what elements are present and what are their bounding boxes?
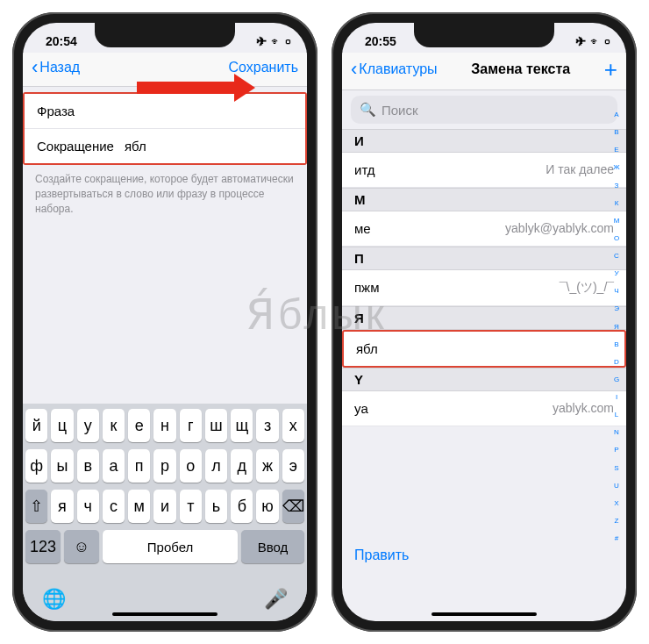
- index-letter[interactable]: Z: [610, 517, 623, 525]
- status-icons: ✈ ᯤ ▢: [257, 36, 291, 47]
- status-icons: ✈ ᯤ ▢: [576, 36, 610, 47]
- index-letter[interactable]: D: [610, 358, 623, 366]
- section-header: П: [342, 247, 626, 270]
- key-123[interactable]: 123: [25, 530, 61, 563]
- key-у[interactable]: у: [77, 409, 99, 442]
- index-letter[interactable]: С: [610, 252, 623, 260]
- index-letter[interactable]: L: [610, 411, 623, 419]
- index-letter[interactable]: Ч: [610, 287, 623, 295]
- left-phone: 20:54 ✈ ᯤ ▢ ‹ Назад Сохранить Фраза Сокр…: [12, 12, 317, 632]
- edit-button[interactable]: Править: [354, 547, 409, 563]
- key-б[interactable]: б: [231, 490, 253, 523]
- index-letter[interactable]: S: [610, 464, 623, 472]
- right-screen: 20:55 ✈ ᯤ ▢ ‹ Клавиатуры Замена текста +…: [342, 23, 626, 621]
- key-я[interactable]: я: [51, 490, 73, 523]
- key-щ[interactable]: щ: [231, 409, 253, 442]
- index-letter[interactable]: М: [610, 217, 623, 225]
- row-value: yablyk.com: [553, 401, 614, 416]
- back-button[interactable]: ‹ Назад: [32, 58, 80, 77]
- key-е[interactable]: е: [128, 409, 150, 442]
- mic-icon[interactable]: 🎤: [264, 588, 288, 611]
- space-key[interactable]: Пробел: [103, 530, 238, 563]
- key-м[interactable]: м: [128, 490, 150, 523]
- index-letter[interactable]: А: [610, 111, 623, 118]
- page-title: Замена текста: [438, 61, 604, 77]
- key-л[interactable]: л: [205, 449, 227, 483]
- home-indicator[interactable]: [112, 612, 218, 616]
- key-ь[interactable]: ь: [205, 490, 227, 523]
- key-ш[interactable]: ш: [205, 409, 227, 442]
- key-н[interactable]: н: [153, 409, 175, 442]
- key-р[interactable]: р: [153, 449, 175, 483]
- shift-key[interactable]: ⇧: [25, 490, 47, 523]
- add-button[interactable]: +: [604, 58, 617, 81]
- index-letter[interactable]: G: [610, 376, 623, 383]
- section-index[interactable]: АВЕЖЗКМОСУЧЭЯBDGILNPSUXZ#: [610, 111, 623, 542]
- search-icon: 🔍: [360, 102, 376, 118]
- key-ф[interactable]: ф: [25, 449, 47, 483]
- index-letter[interactable]: Э: [610, 304, 623, 312]
- index-letter[interactable]: Я: [610, 323, 623, 331]
- emoji-key[interactable]: ☺: [64, 530, 99, 563]
- index-letter[interactable]: Ж: [610, 163, 623, 171]
- key-й[interactable]: й: [25, 409, 47, 442]
- index-letter[interactable]: З: [610, 182, 623, 190]
- backspace-key[interactable]: ⌫: [282, 490, 304, 523]
- index-letter[interactable]: U: [610, 482, 623, 490]
- list-row[interactable]: ябл: [342, 330, 626, 368]
- key-п[interactable]: п: [128, 449, 150, 483]
- index-letter[interactable]: Е: [610, 146, 623, 154]
- key-х[interactable]: х: [282, 409, 304, 442]
- key-и[interactable]: и: [153, 490, 175, 523]
- replacement-list: ИитдИ так далееМмеyablyk@yablyk.comПпжм¯…: [342, 129, 626, 426]
- key-ю[interactable]: ю: [256, 490, 278, 523]
- phrase-label: Фраза: [37, 104, 125, 118]
- hint-text: Создайте сокращение, которое будет автом…: [23, 165, 307, 223]
- index-letter[interactable]: X: [610, 499, 623, 507]
- index-letter[interactable]: #: [610, 534, 623, 542]
- keyboard[interactable]: йцукенгшщзх фывапролджэ ⇧ячсмитьбю⌫ 123 …: [23, 404, 307, 621]
- back-button[interactable]: ‹ Клавиатуры: [351, 60, 438, 79]
- key-с[interactable]: с: [103, 490, 125, 523]
- list-row[interactable]: меyablyk@yablyk.com: [342, 211, 626, 247]
- index-letter[interactable]: О: [610, 234, 623, 242]
- shortcut-value: ябл: [125, 139, 146, 154]
- list-row[interactable]: итдИ так далее: [342, 153, 626, 188]
- key-г[interactable]: г: [180, 409, 202, 442]
- key-э[interactable]: э: [282, 449, 304, 483]
- index-letter[interactable]: B: [610, 340, 623, 348]
- key-з[interactable]: з: [256, 409, 278, 442]
- index-letter[interactable]: К: [610, 199, 623, 207]
- row-key: пжм: [354, 280, 379, 296]
- key-а[interactable]: а: [103, 449, 125, 483]
- index-letter[interactable]: У: [610, 269, 623, 277]
- time: 20:54: [46, 34, 77, 48]
- list-row[interactable]: пжм¯\_(ツ)_/¯: [342, 270, 626, 306]
- row-value: yablyk@yablyk.com: [505, 221, 614, 236]
- search-field[interactable]: 🔍 Поиск: [351, 96, 617, 124]
- key-в[interactable]: в: [77, 449, 99, 483]
- key-т[interactable]: т: [180, 490, 202, 523]
- index-letter[interactable]: I: [610, 393, 623, 401]
- key-ы[interactable]: ы: [51, 449, 73, 483]
- left-screen: 20:54 ✈ ᯤ ▢ ‹ Назад Сохранить Фраза Сокр…: [23, 23, 307, 621]
- key-д[interactable]: д: [231, 449, 253, 483]
- enter-key[interactable]: Ввод: [241, 530, 304, 563]
- index-letter[interactable]: P: [610, 446, 623, 454]
- index-letter[interactable]: В: [610, 128, 623, 136]
- nav-bar: ‹ Клавиатуры Замена текста +: [342, 53, 626, 90]
- key-к[interactable]: к: [103, 409, 125, 442]
- globe-icon[interactable]: 🌐: [42, 588, 66, 611]
- key-о[interactable]: о: [180, 449, 202, 483]
- key-ц[interactable]: ц: [51, 409, 73, 442]
- index-letter[interactable]: N: [610, 428, 623, 436]
- back-label: Назад: [39, 60, 80, 75]
- notch: [95, 23, 235, 47]
- key-ч[interactable]: ч: [77, 490, 99, 523]
- shortcut-row[interactable]: Сокращение ябл: [25, 129, 305, 163]
- home-indicator[interactable]: [431, 612, 537, 616]
- row-key: ya: [354, 401, 368, 416]
- list-row[interactable]: yayablyk.com: [342, 391, 626, 426]
- section-header: Я: [342, 306, 626, 330]
- key-ж[interactable]: ж: [256, 449, 278, 483]
